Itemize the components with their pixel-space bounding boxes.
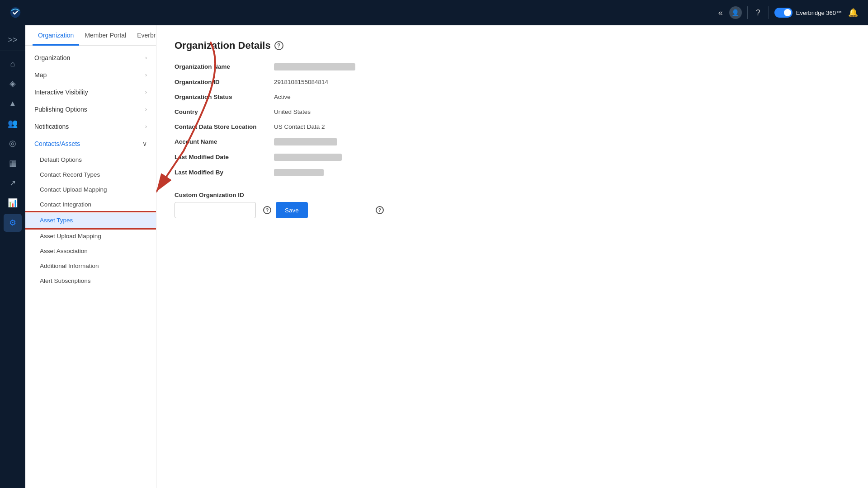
home-icon: ⌂ (10, 59, 15, 69)
content-area: Organization Details ? Organization Name… (156, 25, 868, 488)
sidebar-item-label: Map (34, 71, 47, 79)
blurred-last-modified-by (274, 169, 324, 176)
field-value-org-status: Active (274, 93, 491, 101)
chevron-down-icon: ∨ (142, 140, 147, 147)
sidebar-sub-contact-integration[interactable]: Contact Integration (25, 197, 156, 212)
chevron-right-icon: › (145, 55, 147, 61)
chevron-right-icon: › (145, 123, 147, 130)
nav-panel: Organization Member Portal Everbridge Op… (25, 25, 156, 488)
sidebar-item-label: Publishing Options (34, 106, 87, 113)
reports-icon: 📊 (8, 198, 18, 208)
sidebar-sub-contact-upload-mapping[interactable]: Contact Upload Mapping (25, 182, 156, 197)
tabs-bar: Organization Member Portal Everbridge Op… (25, 25, 156, 46)
page-title-help-icon[interactable]: ? (274, 41, 283, 50)
toggle-switch[interactable] (774, 8, 793, 18)
icon-sidebar: >> ⌂ ◈ ▲ 👥 ◎ ▦ ➚ 📊 ⚙ (0, 25, 25, 488)
launch-icon: ➚ (9, 178, 16, 188)
everbridge-label: Everbridge 360™ (796, 9, 842, 16)
sidebar-sub-asset-types-wrapper: Asset Types (25, 213, 156, 228)
field-value-country: United States (274, 108, 491, 116)
side-nav: Organization › Map › Interactive Visibil… (25, 46, 156, 488)
sidebar-item-label: Interactive Visibility (34, 89, 88, 96)
tab-organization[interactable]: Organization (33, 25, 79, 46)
reports-btn[interactable]: 📊 (4, 194, 22, 212)
tab-member-portal[interactable]: Member Portal (79, 25, 132, 46)
field-label-org-id: Organization ID (175, 78, 274, 86)
sidebar-sub-default-options[interactable]: Default Options (25, 152, 156, 167)
blurred-org-name (274, 63, 355, 70)
blurred-last-modified-date (274, 154, 342, 161)
field-value-last-modified-by (274, 168, 491, 177)
sidebar-item-publishing-options[interactable]: Publishing Options › (25, 101, 156, 118)
settings-btn[interactable]: ⚙ (4, 214, 22, 232)
info-grid: Organization Name Organization ID 291810… (175, 62, 491, 177)
sidebar-sub-asset-types[interactable]: Asset Types (25, 213, 156, 228)
save-button[interactable]: Save (276, 202, 308, 218)
alerts-icon: ▲ (9, 99, 17, 108)
sidebar-sub-asset-association[interactable]: Asset Association (25, 244, 156, 258)
custom-org-section: Custom Organization ID ? Save ? (175, 192, 850, 218)
field-label-account-name: Account Name (175, 137, 274, 146)
chevron-right-icon: › (145, 72, 147, 78)
field-value-org-id: 2918108155084814 (274, 78, 491, 86)
sidebar-sub-additional-information[interactable]: Additional Information (25, 258, 156, 273)
chevron-right-icon: › (145, 89, 147, 95)
location-btn[interactable]: ◎ (4, 134, 22, 152)
field-value-account-name (274, 137, 491, 146)
custom-org-help-icon[interactable]: ? (263, 206, 271, 214)
sidebar-item-label: Contacts/Assets (34, 140, 80, 147)
blurred-account-name (274, 138, 337, 145)
custom-org-input[interactable] (175, 202, 256, 218)
main-layout: >> ⌂ ◈ ▲ 👥 ◎ ▦ ➚ 📊 ⚙ (0, 25, 868, 488)
sidebar-sub-alert-subscriptions[interactable]: Alert Subscriptions (25, 273, 156, 288)
expand-icon: >> (8, 35, 17, 45)
right-help-icon[interactable]: ? (376, 206, 384, 214)
notifications-icon[interactable]: 🔔 (845, 5, 861, 20)
everbridge-toggle[interactable]: Everbridge 360™ (774, 8, 842, 18)
analytics-btn[interactable]: ▦ (4, 154, 22, 172)
topbar: « 👤 ? Everbridge 360™ 🔔 (0, 0, 868, 25)
home-btn[interactable]: ⌂ (4, 55, 22, 73)
topbar-right: « 👤 ? Everbridge 360™ 🔔 (716, 5, 861, 20)
expand-collapse-btn[interactable]: >> (4, 31, 22, 49)
logo[interactable] (7, 5, 24, 21)
field-label-org-status: Organization Status (175, 93, 274, 101)
analytics-icon: ▦ (9, 158, 17, 168)
collapse-icon[interactable]: « (716, 5, 726, 20)
alerts-btn[interactable]: ▲ (4, 94, 22, 113)
icon-sidebar-top: >> (0, 29, 25, 51)
user-avatar-icon[interactable]: 👤 (729, 6, 742, 19)
incidents-btn[interactable]: ◈ (4, 75, 22, 93)
sidebar-item-contacts-assets[interactable]: Contacts/Assets ∨ (25, 135, 156, 152)
field-label-data-store: Contact Data Store Location (175, 122, 274, 131)
incidents-icon: ◈ (9, 79, 16, 89)
sidebar-item-notifications[interactable]: Notifications › (25, 118, 156, 135)
settings-icon: ⚙ (9, 218, 16, 228)
sidebar-item-label: Notifications (34, 123, 69, 130)
help-icon[interactable]: ? (753, 5, 763, 20)
location-icon: ◎ (9, 138, 16, 148)
sidebar-sub-contact-record-types[interactable]: Contact Record Types (25, 167, 156, 182)
sidebar-item-map[interactable]: Map › (25, 66, 156, 84)
divider-2 (769, 6, 769, 19)
custom-org-label: Custom Organization ID (175, 192, 850, 198)
sidebar-item-interactive-visibility[interactable]: Interactive Visibility › (25, 84, 156, 101)
launch-btn[interactable]: ➚ (4, 174, 22, 192)
custom-org-row: ? Save ? (175, 202, 850, 218)
divider-1 (747, 6, 748, 19)
field-label-last-modified-date: Last Modified Date (175, 153, 274, 162)
tab-everbridge-open[interactable]: Everbridge Open (132, 25, 156, 46)
sidebar-sub-asset-upload-mapping[interactable]: Asset Upload Mapping (25, 229, 156, 244)
field-value-org-name (274, 62, 491, 71)
sidebar-item-label: Organization (34, 54, 70, 61)
contacts-icon: 👥 (8, 118, 18, 128)
sidebar-item-organization[interactable]: Organization › (25, 49, 156, 66)
field-label-org-name: Organization Name (175, 62, 274, 71)
chevron-right-icon: › (145, 106, 147, 113)
field-value-last-modified-date (274, 153, 491, 162)
field-value-data-store: US Contact Data 2 (274, 122, 491, 131)
field-label-last-modified-by: Last Modified By (175, 168, 274, 177)
contacts-btn[interactable]: 👥 (4, 114, 22, 132)
page-title: Organization Details ? (175, 40, 850, 52)
field-label-country: Country (175, 108, 274, 116)
